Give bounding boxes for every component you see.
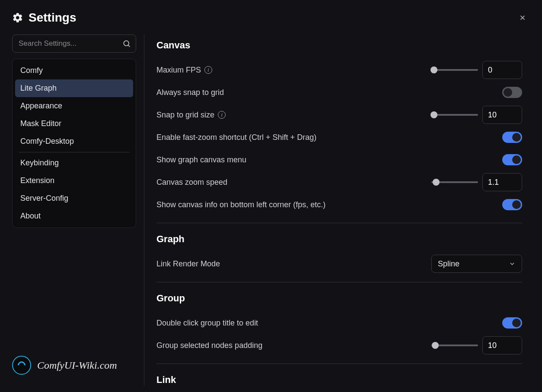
sidebar-item-mask-editor[interactable]: Mask Editor [15, 115, 133, 133]
sidebar: Comfy Lite Graph Appearance Mask Editor … [12, 35, 144, 386]
row-show-info: Show canvas info on bottom left corner (… [156, 193, 522, 216]
close-icon [519, 14, 526, 22]
settings-window: Settings Comfy Lite Graph Appearance Mas… [0, 0, 542, 392]
sidebar-item-comfy-desktop[interactable]: Comfy-Desktop [15, 133, 133, 150]
label-show-menu: Show graph canvas menu [156, 155, 246, 164]
sidebar-item-comfy[interactable]: Comfy [15, 62, 133, 79]
label-dbl-click: Double click group title to edit [156, 319, 258, 328]
toggle-always-snap[interactable] [502, 87, 522, 98]
row-dbl-click: Double click group title to edit [156, 312, 522, 334]
row-fast-zoom: Enable fast-zoom shortcut (Ctrl + Shift … [156, 126, 522, 149]
input-max-fps[interactable] [482, 61, 522, 79]
sidebar-item-lite-graph[interactable]: Lite Graph [15, 79, 133, 97]
input-zoom-speed[interactable] [482, 173, 522, 191]
slider-snap-size[interactable] [431, 114, 478, 116]
sidebar-item-extension[interactable]: Extension [15, 172, 133, 190]
search-input[interactable] [12, 35, 136, 53]
watermark: ComfyUI-Wiki.com [12, 356, 117, 375]
watermark-logo-icon [12, 356, 31, 375]
controls [431, 106, 522, 124]
label-text: Maxium FPS [156, 66, 201, 75]
toggle-show-info[interactable] [502, 199, 522, 210]
label-text: Snap to grid size [156, 111, 214, 120]
svg-point-0 [124, 41, 129, 46]
label-link-render: Link Render Mode [156, 259, 220, 269]
section-divider [156, 364, 522, 364]
page-title: Settings [29, 11, 76, 25]
header: Settings [12, 10, 530, 25]
section-divider [156, 282, 522, 282]
sidebar-item-keybinding[interactable]: Keybinding [15, 154, 133, 172]
row-max-fps: Maxium FPS i [156, 59, 522, 81]
gear-icon [12, 12, 23, 23]
section-title-link: Link [156, 374, 522, 386]
sidebar-item-server-config[interactable]: Server-Config [15, 190, 133, 207]
label-always-snap: Always snap to grid [156, 88, 224, 97]
row-always-snap: Always snap to grid [156, 81, 522, 104]
row-zoom-speed: Canvas zoom speed [156, 171, 522, 193]
sidebar-nav: Comfy Lite Graph Appearance Mask Editor … [12, 59, 136, 228]
search-icon [122, 39, 131, 48]
title-wrap: Settings [12, 11, 76, 25]
label-snap-size: Snap to grid size i [156, 111, 226, 120]
toggle-dbl-click[interactable] [502, 317, 522, 329]
controls [431, 61, 522, 79]
input-group-padding[interactable] [482, 336, 522, 354]
watermark-text: ComfyUI-Wiki.com [37, 360, 117, 371]
label-show-info: Show canvas info on bottom left corner (… [156, 200, 325, 209]
row-link-render: Link Render Mode Spline [156, 253, 522, 275]
controls [431, 336, 522, 354]
row-snap-size: Snap to grid size i [156, 104, 522, 126]
chevron-down-icon [509, 260, 516, 267]
close-button[interactable] [515, 10, 530, 25]
controls [431, 173, 522, 191]
select-value: Spline [438, 259, 459, 269]
toggle-fast-zoom[interactable] [502, 132, 522, 143]
section-title-canvas: Canvas [156, 40, 522, 51]
toggle-show-menu[interactable] [502, 154, 522, 165]
section-title-graph: Graph [156, 234, 522, 245]
body: Comfy Lite Graph Appearance Mask Editor … [12, 35, 530, 386]
label-fast-zoom: Enable fast-zoom shortcut (Ctrl + Shift … [156, 133, 316, 142]
vertical-divider [144, 35, 144, 386]
label-max-fps: Maxium FPS i [156, 66, 212, 75]
info-icon[interactable]: i [204, 66, 212, 74]
select-link-render[interactable]: Spline [431, 255, 522, 273]
slider-max-fps[interactable] [431, 69, 478, 71]
sidebar-item-about[interactable]: About [15, 207, 133, 225]
label-zoom-speed: Canvas zoom speed [156, 178, 227, 187]
section-divider [156, 223, 522, 223]
main-panel[interactable]: Canvas Maxium FPS i Always snap to grid … [156, 35, 530, 386]
row-show-menu: Show graph canvas menu [156, 149, 522, 171]
nav-separator [19, 152, 130, 152]
label-group-padding: Group selected nodes padding [156, 341, 262, 350]
search-wrap [12, 35, 136, 53]
sidebar-item-appearance[interactable]: Appearance [15, 97, 133, 115]
section-title-group: Group [156, 293, 522, 304]
info-icon[interactable]: i [218, 111, 226, 119]
input-snap-size[interactable] [482, 106, 522, 124]
slider-group-padding[interactable] [431, 345, 478, 346]
row-group-padding: Group selected nodes padding [156, 334, 522, 357]
slider-zoom-speed[interactable] [431, 181, 478, 183]
